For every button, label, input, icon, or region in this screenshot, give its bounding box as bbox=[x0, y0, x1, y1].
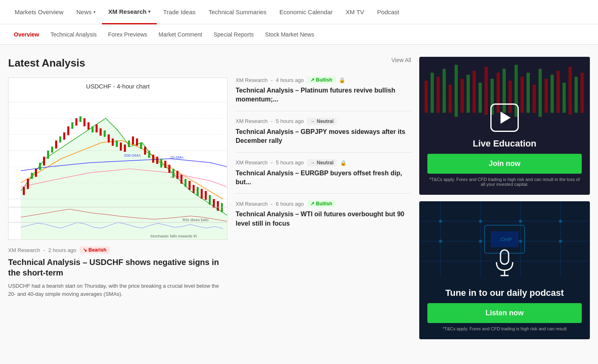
svg-text:20-SMA: 20-SMA bbox=[170, 155, 183, 159]
featured-article-meta: XM Research - 2 hours ago ↘ Bearish bbox=[8, 246, 228, 254]
svg-point-110 bbox=[479, 220, 482, 223]
featured-article-source: XM Research bbox=[8, 247, 40, 253]
svg-rect-95 bbox=[550, 75, 554, 113]
featured-article-time: 2 hours ago bbox=[48, 247, 76, 253]
nav-economic-calendar[interactable]: Economic Calendar bbox=[273, 0, 339, 24]
svg-rect-38 bbox=[132, 136, 134, 144]
svg-rect-76 bbox=[437, 77, 440, 113]
article-4-title[interactable]: Technical Analysis – WTI oil futures ove… bbox=[236, 210, 411, 228]
svg-rect-26 bbox=[83, 118, 85, 127]
article-3-source: XM Research bbox=[236, 159, 268, 166]
svg-rect-75 bbox=[431, 73, 434, 112]
svg-rect-59 bbox=[217, 201, 219, 211]
subnav-market-comment[interactable]: Market Comment bbox=[153, 24, 208, 45]
svg-rect-45 bbox=[160, 159, 162, 168]
svg-rect-32 bbox=[108, 134, 110, 142]
svg-rect-90 bbox=[520, 77, 524, 113]
svg-rect-36 bbox=[124, 144, 126, 152]
subnav-special-reports[interactable]: Special Reports bbox=[208, 24, 260, 45]
svg-rect-52 bbox=[188, 181, 191, 190]
featured-article-title[interactable]: Technical Analysis – USDCHF shows negati… bbox=[8, 257, 228, 278]
svg-rect-28 bbox=[91, 126, 93, 132]
svg-text:200-SMA: 200-SMA bbox=[124, 153, 141, 157]
news-dropdown-arrow: ▾ bbox=[93, 10, 95, 14]
article-card-1: XM Research - 4 hours ago ↗ Bullish 🔒 Te… bbox=[236, 70, 411, 111]
article-4-source: XM Research bbox=[236, 201, 268, 207]
svg-rect-47 bbox=[168, 165, 170, 173]
svg-rect-24 bbox=[76, 118, 78, 126]
subnav-forex-previews[interactable]: Forex Previews bbox=[102, 24, 153, 45]
svg-rect-81 bbox=[467, 75, 470, 113]
nav-news[interactable]: News ▾ bbox=[70, 0, 102, 24]
svg-rect-37 bbox=[128, 140, 130, 147]
svg-rect-48 bbox=[172, 169, 174, 178]
chart-svg: 200-SMA 40-SMA 20-SMA bbox=[9, 78, 227, 239]
svg-rect-31 bbox=[104, 130, 106, 137]
svg-rect-34 bbox=[116, 140, 118, 147]
svg-rect-97 bbox=[563, 83, 566, 113]
svg-point-111 bbox=[519, 220, 522, 223]
article-card-3: XM Research - 5 hours ago → Neutral 🔒 Te… bbox=[236, 153, 411, 194]
view-all-row: View All bbox=[236, 57, 411, 63]
subnav-technical-analysis[interactable]: Technical Analysis bbox=[45, 24, 102, 45]
svg-rect-41 bbox=[144, 146, 146, 155]
listen-now-button[interactable]: Listen now bbox=[427, 303, 582, 323]
main-content: Latest Analysis USDCHF - 4-hour chart bbox=[0, 45, 598, 364]
bearish-arrow-icon: ↘ bbox=[83, 247, 87, 253]
svg-rect-74 bbox=[425, 81, 428, 113]
article-3-title[interactable]: Technical Analysis – EURGBP buyers offse… bbox=[236, 169, 411, 187]
nav-trade-ideas[interactable]: Trade Ideas bbox=[157, 0, 202, 24]
svg-rect-60 bbox=[221, 203, 223, 212]
svg-rect-17 bbox=[47, 151, 49, 159]
featured-article-column: Latest Analysis USDCHF - 4-hour chart bbox=[8, 57, 228, 357]
svg-rect-92 bbox=[533, 85, 536, 113]
article-1-source: XM Research bbox=[236, 77, 268, 83]
svg-rect-99 bbox=[574, 77, 578, 113]
nav-xm-tv[interactable]: XM TV bbox=[339, 0, 371, 24]
play-button-icon[interactable] bbox=[490, 103, 519, 132]
svg-rect-78 bbox=[448, 85, 452, 113]
featured-chart[interactable]: USDCHF - 4-hour chart bbox=[8, 78, 228, 240]
nav-markets-overview[interactable]: Markets Overview bbox=[8, 0, 70, 24]
article-1-title[interactable]: Technical Analysis – Platinum futures re… bbox=[236, 86, 411, 104]
article-3-meta: XM Research - 5 hours ago → Neutral 🔒 bbox=[236, 159, 411, 166]
svg-point-116 bbox=[559, 239, 562, 243]
svg-rect-54 bbox=[197, 187, 199, 196]
nav-technical-summaries[interactable]: Technical Summaries bbox=[202, 0, 273, 24]
article-2-source: XM Research bbox=[236, 118, 268, 124]
svg-rect-49 bbox=[176, 171, 178, 179]
svg-rect-43 bbox=[152, 155, 154, 163]
podcast-title: Tune in to our daily podcast bbox=[445, 288, 564, 298]
svg-rect-96 bbox=[557, 71, 560, 112]
svg-rect-79 bbox=[455, 65, 458, 117]
svg-rect-12 bbox=[27, 179, 29, 189]
subnav-stock-market-news[interactable]: Stock Market News bbox=[260, 24, 320, 45]
svg-text:Stochastic falls towards th: Stochastic falls towards th bbox=[150, 234, 197, 238]
nav-podcast[interactable]: Podcast bbox=[370, 0, 405, 24]
svg-rect-20 bbox=[59, 136, 61, 142]
svg-point-114 bbox=[479, 239, 482, 243]
article-card-4: XM Research - 6 hours ago ↗ Bullish Tech… bbox=[236, 194, 411, 235]
nav-xm-research[interactable]: XM Research ▾ bbox=[102, 0, 157, 24]
svg-rect-27 bbox=[87, 122, 89, 129]
svg-rect-93 bbox=[539, 69, 542, 117]
svg-rect-23 bbox=[72, 122, 74, 129]
view-all-link[interactable]: View All bbox=[391, 57, 411, 63]
article-4-time: 6 hours ago bbox=[276, 201, 304, 207]
neutral-arrow-icon-2: → bbox=[310, 118, 315, 124]
svg-point-113 bbox=[439, 239, 442, 243]
join-now-button[interactable]: Join now bbox=[427, 154, 582, 174]
article-2-title[interactable]: Technical Analysis – GBPJPY moves sidewa… bbox=[236, 127, 411, 146]
svg-rect-56 bbox=[205, 191, 207, 200]
svg-rect-13 bbox=[31, 173, 33, 179]
svg-rect-19 bbox=[55, 140, 57, 149]
podcast-card: CHIP Tune in to our daily podcast Listen… bbox=[419, 201, 590, 339]
top-navigation: Markets Overview News ▾ XM Research ▾ Tr… bbox=[0, 0, 598, 24]
subnav-overview[interactable]: Overview bbox=[8, 24, 45, 45]
article-list-column: View All XM Research - 4 hours ago ↗ Bul… bbox=[236, 57, 411, 357]
article-1-badge: ↗ Bullish bbox=[307, 76, 336, 84]
svg-rect-98 bbox=[568, 67, 572, 115]
svg-rect-22 bbox=[67, 126, 69, 135]
svg-rect-77 bbox=[442, 69, 446, 113]
svg-rect-40 bbox=[140, 142, 142, 149]
